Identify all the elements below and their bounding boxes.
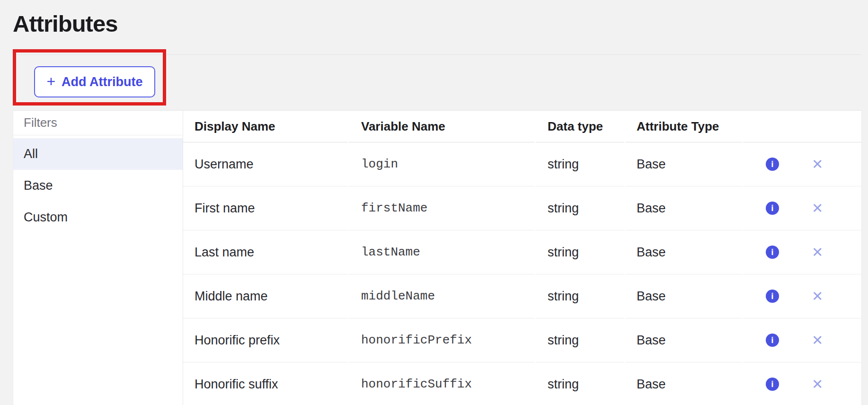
attribute-type-cell: Base — [625, 318, 742, 362]
sidebar-item-custom[interactable]: Custom — [13, 202, 183, 233]
close-icon[interactable]: ✕ — [812, 158, 823, 171]
filters-header: Filters — [13, 111, 183, 135]
variable-name-cell: login — [349, 142, 535, 186]
info-icon[interactable]: i — [766, 246, 779, 259]
row-actions-cell: i ✕ — [743, 142, 861, 186]
row-actions-cell: i ✕ — [743, 230, 861, 274]
filters-sidebar: Filters All Base Custom — [13, 111, 183, 405]
column-header-display-name: Display Name — [183, 111, 348, 142]
data-type-cell: string — [536, 318, 624, 362]
variable-name-cell: middleName — [349, 274, 535, 318]
column-header-variable-name: Variable Name — [349, 111, 535, 142]
data-type-cell: string — [536, 230, 624, 274]
info-icon[interactable]: i — [766, 378, 779, 391]
row-actions-cell: i ✕ — [743, 186, 861, 230]
display-name-cell: Honorific prefix — [183, 318, 348, 362]
close-icon[interactable]: ✕ — [812, 290, 823, 303]
plus-icon: + — [46, 74, 55, 89]
close-icon[interactable]: ✕ — [812, 246, 823, 259]
variable-name-cell: honorificPrefix — [349, 318, 535, 362]
variable-name-cell: firstName — [349, 186, 535, 230]
info-icon[interactable]: i — [766, 202, 779, 215]
table-row: Username login string Base i ✕ — [183, 142, 861, 186]
data-type-cell: string — [536, 186, 624, 230]
page-title: Attributes — [13, 10, 117, 37]
info-icon[interactable]: i — [766, 158, 779, 171]
row-actions-cell: i ✕ — [743, 274, 861, 318]
attribute-type-cell: Base — [625, 274, 742, 318]
variable-name-cell: honorificSuffix — [349, 362, 535, 405]
column-header-data-type: Data type — [536, 111, 624, 142]
attribute-type-cell: Base — [625, 142, 742, 186]
display-name-cell: Honorific suffix — [183, 362, 348, 405]
header-divider — [14, 54, 861, 55]
close-icon[interactable]: ✕ — [812, 378, 823, 391]
column-header-actions — [743, 111, 861, 142]
column-header-attribute-type: Attribute Type — [625, 111, 742, 142]
close-icon[interactable]: ✕ — [812, 334, 823, 347]
close-icon[interactable]: ✕ — [812, 202, 823, 215]
attribute-type-cell: Base — [625, 186, 742, 230]
row-actions-cell: i ✕ — [743, 362, 861, 405]
table-header-row: Display Name Variable Name Data type Att… — [183, 111, 861, 142]
display-name-cell: Username — [183, 142, 348, 186]
info-icon[interactable]: i — [766, 290, 779, 303]
display-name-cell: Middle name — [183, 274, 348, 318]
table-row: Middle name middleName string Base i ✕ — [183, 274, 861, 318]
table-row: Honorific suffix honorificSuffix string … — [183, 362, 861, 405]
display-name-cell: First name — [183, 186, 348, 230]
attribute-type-cell: Base — [625, 362, 742, 405]
attribute-type-cell: Base — [625, 230, 742, 274]
data-type-cell: string — [536, 142, 624, 186]
info-icon[interactable]: i — [766, 334, 779, 347]
variable-name-cell: lastName — [349, 230, 535, 274]
data-type-cell: string — [536, 274, 624, 318]
table-row: First name firstName string Base i ✕ — [183, 186, 861, 230]
attributes-table: Display Name Variable Name Data type Att… — [183, 111, 861, 405]
table-row: Last name lastName string Base i ✕ — [183, 230, 861, 274]
sidebar-item-base[interactable]: Base — [13, 170, 183, 202]
sidebar-item-all[interactable]: All — [13, 138, 183, 170]
display-name-cell: Last name — [183, 230, 348, 274]
row-actions-cell: i ✕ — [743, 318, 861, 362]
content-panels: Filters All Base Custom Display Name Var… — [13, 110, 862, 405]
table-row: Honorific prefix honorificPrefix string … — [183, 318, 861, 362]
data-type-cell: string — [536, 362, 624, 405]
filter-list: All Base Custom — [13, 135, 183, 233]
add-attribute-button-label: Add Attribute — [62, 75, 142, 89]
add-attribute-button[interactable]: + Add Attribute — [34, 66, 155, 97]
